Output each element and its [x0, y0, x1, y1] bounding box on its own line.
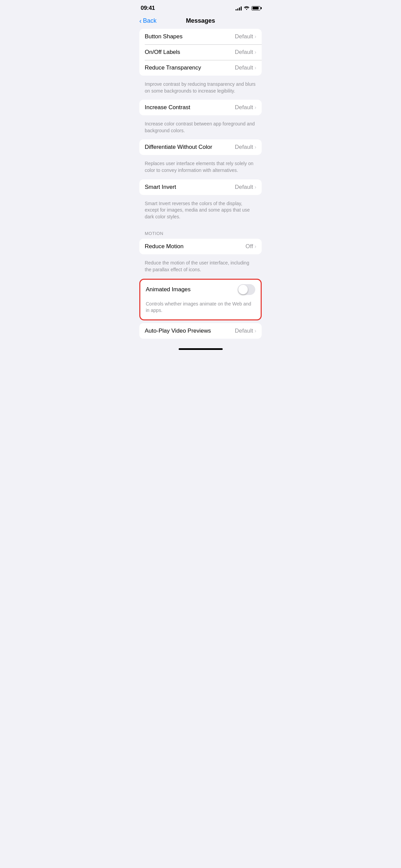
differentiate-group: Differentiate Without Color Default ›: [139, 139, 262, 155]
reduce-motion-chevron-icon: ›: [255, 243, 256, 250]
home-bar: [179, 348, 223, 350]
reduce-transparency-value: Default ›: [235, 64, 256, 71]
reduce-transparency-description: Improve contrast by reducing transparenc…: [139, 78, 262, 100]
auto-play-video-value: Default ›: [235, 328, 256, 334]
smart-invert-row[interactable]: Smart Invert Default ›: [139, 179, 262, 195]
nav-bar: ‹ Back Messages: [134, 14, 267, 29]
animated-images-row[interactable]: Animated Images: [140, 280, 261, 299]
status-time: 09:41: [141, 5, 155, 12]
battery-icon: [252, 6, 260, 11]
increase-contrast-chevron-icon: ›: [255, 104, 256, 111]
motion-section-header: MOTION: [139, 225, 262, 239]
reduce-motion-row[interactable]: Reduce Motion Off ›: [139, 239, 262, 254]
on-off-labels-label: On/Off Labels: [145, 49, 180, 56]
reduce-motion-description: Reduce the motion of the user interface,…: [139, 257, 262, 278]
animated-images-label: Animated Images: [146, 286, 191, 293]
smart-invert-description: Smart Invert reverses the colors of the …: [139, 198, 262, 226]
reduce-motion-value: Off ›: [245, 243, 256, 250]
differentiate-description: Replaces user interface elements that re…: [139, 158, 262, 179]
status-icons: [236, 5, 260, 11]
auto-play-video-chevron-icon: ›: [255, 328, 256, 334]
differentiate-label: Differentiate Without Color: [145, 144, 212, 151]
reduce-transparency-row[interactable]: Reduce Transparency Default ›: [139, 60, 262, 76]
increase-contrast-group: Increase Contrast Default ›: [139, 100, 262, 115]
smart-invert-value: Default ›: [235, 184, 256, 191]
back-chevron-icon: ‹: [139, 17, 142, 25]
home-indicator: [134, 346, 267, 351]
increase-contrast-row[interactable]: Increase Contrast Default ›: [139, 100, 262, 115]
button-shapes-row[interactable]: Button Shapes Default ›: [139, 29, 262, 44]
page-title: Messages: [186, 17, 215, 24]
settings-content: Button Shapes Default › On/Off Labels De…: [134, 29, 267, 339]
button-shapes-value: Default ›: [235, 33, 256, 40]
auto-play-video-label: Auto-Play Video Previews: [145, 328, 211, 334]
increase-contrast-description: Increase color contrast between app fore…: [139, 118, 262, 139]
smart-invert-label: Smart Invert: [145, 184, 176, 191]
smart-invert-group: Smart Invert Default ›: [139, 179, 262, 195]
differentiate-chevron-icon: ›: [255, 144, 256, 150]
animated-images-toggle[interactable]: [238, 284, 255, 295]
auto-play-video-group: Auto-Play Video Previews Default ›: [139, 323, 262, 339]
signal-icon: [236, 6, 242, 11]
increase-contrast-label: Increase Contrast: [145, 104, 190, 111]
animated-images-group: Animated Images Controls whether images …: [139, 279, 262, 320]
animated-images-description: Controls whether images animate on the W…: [140, 299, 261, 319]
status-bar: 09:41: [134, 0, 267, 14]
differentiate-row[interactable]: Differentiate Without Color Default ›: [139, 139, 262, 155]
on-off-labels-value: Default ›: [235, 49, 256, 56]
increase-contrast-value: Default ›: [235, 104, 256, 111]
on-off-labels-chevron-icon: ›: [255, 49, 256, 55]
accessibility-top-group: Button Shapes Default › On/Off Labels De…: [139, 29, 262, 76]
wifi-icon: [244, 5, 249, 11]
auto-play-video-row[interactable]: Auto-Play Video Previews Default ›: [139, 323, 262, 339]
reduce-motion-group: Reduce Motion Off ›: [139, 239, 262, 254]
reduce-motion-label: Reduce Motion: [145, 243, 183, 250]
on-off-labels-row[interactable]: On/Off Labels Default ›: [139, 44, 262, 60]
differentiate-value: Default ›: [235, 144, 256, 151]
back-button[interactable]: ‹ Back: [139, 17, 157, 25]
reduce-transparency-chevron-icon: ›: [255, 65, 256, 71]
reduce-transparency-label: Reduce Transparency: [145, 64, 201, 71]
button-shapes-chevron-icon: ›: [255, 34, 256, 40]
smart-invert-chevron-icon: ›: [255, 184, 256, 190]
button-shapes-label: Button Shapes: [145, 33, 183, 40]
back-label: Back: [143, 17, 157, 24]
